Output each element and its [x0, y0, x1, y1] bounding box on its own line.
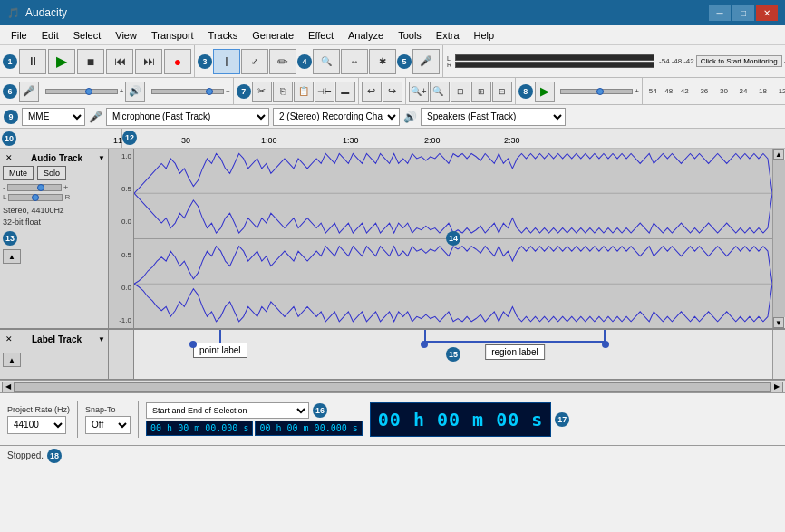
y-axis: 1.0 0.5 0.0 0.5 0.0 -1.0	[109, 149, 134, 328]
solo-button[interactable]: Solo	[37, 166, 66, 180]
point-label-line	[219, 330, 221, 343]
play-speed-thumb	[596, 88, 604, 95]
undo-button[interactable]: ↩	[362, 82, 382, 102]
timeline-scale[interactable]: 11 30 1:00 1:30 2:00 2:30 12	[109, 129, 785, 148]
mute-button[interactable]: Mute	[3, 166, 34, 180]
selection-start-time[interactable]: 00 h 00 m 00.000 s	[146, 421, 253, 436]
play-button[interactable]: ▶	[48, 49, 75, 74]
time-display-group: 00 h 00 m 00 s 17	[370, 402, 570, 437]
label-track-area[interactable]: 15 point label region label	[134, 330, 772, 379]
menu-effect[interactable]: Effect	[301, 28, 341, 43]
point-label-box[interactable]: point label	[193, 343, 247, 358]
skip-fwd-button[interactable]: ⏭	[135, 49, 162, 74]
gain-plus-label: +	[120, 87, 124, 95]
pause-button[interactable]: ⏸	[19, 49, 46, 74]
menu-extra[interactable]: Extra	[429, 28, 467, 43]
menu-generate[interactable]: Generate	[245, 28, 301, 43]
selection-group: Start and End of Selection 16 00 h 00 m …	[146, 402, 363, 436]
zoom-in-button[interactable]: 🔍+	[409, 82, 429, 102]
stop-button[interactable]: ■	[77, 49, 104, 74]
menu-file[interactable]: File	[4, 28, 34, 43]
label-track-controls: ✕ Label Track ▼ ▲	[0, 330, 109, 379]
menu-edit[interactable]: Edit	[34, 28, 66, 43]
channels-select[interactable]: 2 (Stereo) Recording Cha...	[273, 108, 400, 126]
zoom-fit2-button[interactable]: ⊟	[492, 82, 512, 102]
cut-button[interactable]: ✂	[252, 82, 272, 102]
tool-zoom[interactable]: 🔍	[313, 49, 340, 74]
minimize-button[interactable]: ─	[709, 5, 731, 21]
zoom-selection-button[interactable]: ⊡	[451, 82, 470, 102]
menu-select[interactable]: Select	[66, 28, 109, 43]
paste-button[interactable]: 📋	[294, 82, 314, 102]
scroll-left-arrow[interactable]: ◀	[2, 382, 15, 392]
driver-select[interactable]: MME	[22, 108, 85, 126]
speaker-icon[interactable]: 🔊	[125, 82, 145, 102]
vu-scale: -54 -48 -42 Click to Start Monitoring -1…	[659, 55, 785, 67]
region-label-box[interactable]: region label	[485, 344, 545, 360]
selection-mode-select[interactable]: Start and End of Selection	[146, 402, 309, 419]
copy-button[interactable]: ⎘	[273, 82, 293, 102]
timeline-label-130: 1:30	[343, 136, 359, 145]
waveform-area[interactable]: 14	[134, 149, 772, 328]
channel2-waveform	[134, 239, 772, 329]
scroll-track[interactable]	[773, 160, 785, 317]
divider2	[138, 401, 139, 438]
zoom-out-button[interactable]: 🔍-	[430, 82, 450, 102]
record-button[interactable]: ●	[164, 49, 191, 74]
mic-icon[interactable]: 🎤	[19, 82, 39, 102]
audio-track: ✕ Audio Track ▼ Mute Solo - + L	[0, 149, 785, 330]
gain-slider[interactable]	[7, 184, 62, 191]
snap-to-select[interactable]: Off	[85, 416, 131, 434]
trim-button[interactable]: ⊣⊢	[315, 82, 334, 102]
badge-9: 9	[4, 110, 18, 124]
vu-l-bar	[455, 54, 654, 61]
label-track-close-button[interactable]: ✕	[3, 333, 15, 345]
menu-tools[interactable]: Tools	[391, 28, 429, 43]
menu-help[interactable]: Help	[467, 28, 502, 43]
output-device-select[interactable]: Speakers (Fast Track)	[421, 108, 566, 126]
snap-to-label: Snap-To	[85, 405, 131, 414]
region-line	[424, 341, 606, 343]
zoom-fit-button[interactable]: ⊞	[471, 82, 491, 102]
selection-end-time[interactable]: 00 h 00 m 00.000 s	[255, 421, 362, 436]
track-dropdown-button[interactable]: ▼	[98, 154, 105, 162]
play-speed-slider[interactable]	[560, 89, 633, 94]
pan-slider[interactable]	[8, 194, 63, 201]
scroll-up-arrow[interactable]: ▲	[773, 149, 784, 160]
track-close-button[interactable]: ✕	[3, 151, 15, 164]
menu-view[interactable]: View	[108, 28, 144, 43]
output-icon: 🔊	[403, 111, 417, 123]
skip-back-button[interactable]: ⏮	[106, 49, 133, 74]
waveform-svg-ch2	[134, 239, 772, 329]
play2-button[interactable]: ▶	[535, 82, 555, 102]
tool-multi[interactable]: ✱	[369, 49, 396, 74]
h-scroll-thumb[interactable]	[15, 382, 770, 392]
menu-tracks[interactable]: Tracks	[201, 28, 246, 43]
tool-envelope[interactable]: ⤢	[241, 49, 268, 74]
close-button[interactable]: ✕	[756, 5, 778, 21]
play-plus: +	[635, 87, 639, 95]
vu-bars	[455, 54, 654, 68]
tool-timeshift[interactable]: ↔	[341, 49, 368, 74]
project-rate-select[interactable]: 44100	[7, 416, 66, 434]
scroll-right-arrow[interactable]: ▶	[770, 382, 783, 392]
scroll-down-arrow[interactable]: ▼	[773, 317, 784, 328]
tool-draw[interactable]: ✏	[269, 49, 296, 74]
label-collapse-button[interactable]: ▲	[3, 353, 21, 367]
output-gain-slider[interactable]	[151, 89, 224, 94]
tool-selection[interactable]: I	[213, 49, 240, 74]
titlebar: 🎵 Audacity ─ □ ✕	[0, 0, 785, 25]
menu-analyze[interactable]: Analyze	[341, 28, 391, 43]
mic-button[interactable]: 🎤	[412, 49, 440, 74]
maximize-button[interactable]: □	[732, 5, 754, 21]
click-to-monitor[interactable]: Click to Start Monitoring	[696, 55, 782, 67]
redo-button[interactable]: ↪	[383, 82, 402, 102]
collapse-button[interactable]: ▲	[3, 249, 21, 264]
toolbar-row1: 1 ⏸ ▶ ■ ⏮ ⏭ ● 3 I ⤢ ✏ 4 🔍 ↔ ✱ 5 🎤 L R	[0, 45, 785, 78]
input-gain-slider[interactable]	[45, 89, 118, 94]
label-track-dropdown[interactable]: ▼	[98, 335, 105, 343]
selection-header: Start and End of Selection 16	[146, 402, 363, 419]
input-device-select[interactable]: Microphone (Fast Track)	[106, 108, 269, 126]
menu-transport[interactable]: Transport	[144, 28, 201, 43]
silence-button[interactable]: ▬	[335, 82, 355, 102]
